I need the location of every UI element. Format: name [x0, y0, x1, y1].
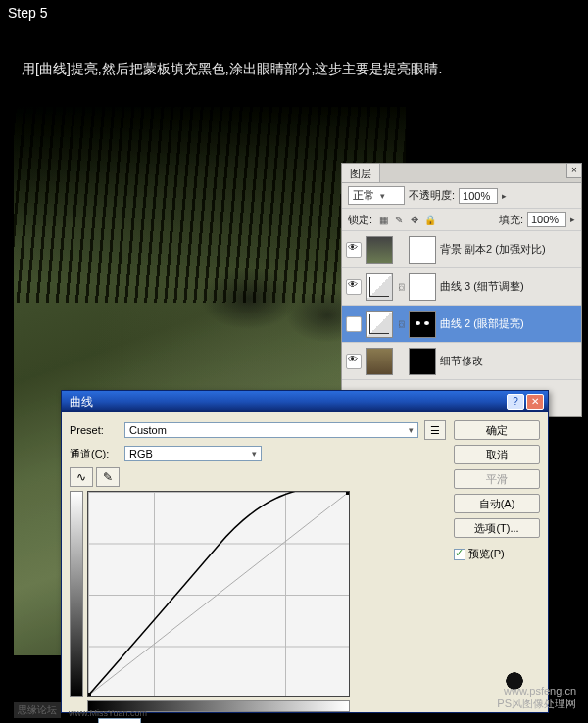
layer-row-selected[interactable]: ⌼ 曲线 2 (眼部提亮) [342, 306, 581, 343]
adjustment-thumb[interactable] [366, 311, 393, 338]
watermark-forum: 思缘论坛 [14, 702, 61, 718]
layer-thumb[interactable] [366, 236, 393, 264]
lock-icons: ▦ ✎ ✥ 🔒 [376, 215, 437, 225]
layer-name[interactable]: 背景 副本2 (加强对比) [440, 242, 546, 257]
panel-close-button[interactable]: × [566, 163, 582, 178]
baseline-diagonal [88, 492, 349, 696]
step-label: Step 5 [8, 5, 47, 21]
layer-thumb[interactable] [366, 348, 393, 375]
help-button[interactable]: ? [507, 394, 524, 410]
watermark-forum-url: www.MissYuan.com [69, 708, 147, 718]
layer-name[interactable]: 曲线 3 (细节调整) [440, 279, 524, 294]
layer-row[interactable]: 细节修改 [342, 343, 581, 380]
layer-row[interactable]: 背景 副本2 (加强对比) [342, 231, 581, 268]
curve-anchor[interactable] [346, 492, 349, 495]
lock-move-icon[interactable]: ✥ [408, 215, 421, 225]
lock-transparent-icon[interactable]: ▦ [376, 215, 390, 225]
curve-svg [88, 492, 349, 696]
watermark-logo: www.psfeng.cn PS风图像处理网 [497, 685, 576, 711]
opacity-slider-arrow[interactable]: ▸ [502, 191, 507, 201]
layer-name[interactable]: 细节修改 [440, 354, 483, 368]
fill-slider-arrow[interactable]: ▸ [570, 215, 575, 224]
panel-tabs: 图层 × [342, 164, 581, 183]
mask-thumb[interactable] [409, 273, 436, 301]
curve-anchor[interactable] [88, 693, 91, 696]
mask-thumb[interactable] [409, 311, 436, 338]
fill-label: 填充: [499, 213, 523, 227]
preset-select[interactable]: Custom [124, 422, 418, 438]
visibility-eye-icon[interactable] [346, 279, 362, 295]
preset-label: Preset: [70, 424, 119, 436]
channel-select[interactable]: RGB [124, 446, 262, 461]
output-label: 输出: [70, 719, 94, 724]
tab-layers[interactable]: 图层 [342, 164, 380, 182]
curves-dialog: 曲线 ? ✕ Preset: Custom ☰ 通道(C): RGB ∿ ✎ [61, 390, 549, 713]
layers-panel: 图层 × × 正常 不透明度: 100% ▸ 锁定: ▦ ✎ ✥ 🔒 填充: 1… [341, 163, 582, 417]
curve-pencil-tool[interactable]: ✎ [96, 467, 120, 487]
close-button[interactable]: ✕ [526, 394, 544, 410]
ok-button[interactable]: 确定 [454, 420, 540, 440]
opacity-field[interactable]: 100% [459, 188, 498, 204]
dialog-title: 曲线 [66, 394, 507, 410]
layer-name[interactable]: 曲线 2 (眼部提亮) [440, 316, 524, 331]
blend-mode-select[interactable]: 正常 [348, 186, 405, 205]
preset-menu-button[interactable]: ☰ [424, 420, 446, 440]
curves-grid[interactable] [87, 491, 350, 697]
auto-button[interactable]: 自动(A) [454, 494, 540, 513]
watermark-url: www.psfeng.cn [497, 685, 576, 697]
mask-thumb[interactable] [409, 348, 436, 375]
output-gradient [70, 491, 83, 697]
instruction-text: 用[曲线]提亮,然后把蒙板填充黑色,涂出眼睛部分,这步主要是提亮眼睛. [22, 61, 442, 78]
output-field[interactable] [98, 718, 141, 723]
layer-row[interactable]: ⌼ 曲线 3 (细节调整) [342, 268, 581, 306]
blend-opacity-row: 正常 不透明度: 100% ▸ [342, 183, 581, 209]
dialog-titlebar[interactable]: 曲线 ? ✕ [62, 391, 548, 412]
visibility-eye-icon[interactable] [346, 354, 362, 369]
lock-label: 锁定: [348, 213, 372, 227]
lock-all-icon[interactable]: 🔒 [423, 215, 437, 225]
visibility-eye-icon[interactable] [346, 316, 362, 332]
smooth-button[interactable]: 平滑 [454, 469, 540, 489]
options-button[interactable]: 选项(T)... [454, 518, 540, 538]
lock-paint-icon[interactable]: ✎ [392, 215, 406, 225]
channel-label: 通道(C): [70, 447, 119, 461]
fill-field[interactable]: 100% [527, 212, 566, 227]
curve-point-tool[interactable]: ∿ [70, 467, 93, 487]
mask-thumb[interactable] [409, 236, 436, 264]
checkbox-icon [454, 549, 466, 560]
visibility-eye-icon[interactable] [346, 242, 362, 258]
lock-fill-row: 锁定: ▦ ✎ ✥ 🔒 填充: 100% ▸ [342, 209, 581, 231]
layer-list: 背景 副本2 (加强对比) ⌼ 曲线 3 (细节调整) ⌼ 曲线 2 (眼部提亮… [342, 231, 581, 404]
watermark-brand: PS风图像处理网 [497, 697, 576, 711]
adjustment-thumb[interactable] [366, 273, 393, 301]
link-icon: ⌼ [397, 282, 405, 292]
cancel-button[interactable]: 取消 [454, 445, 540, 464]
preview-checkbox[interactable]: 预览(P) [454, 547, 540, 561]
link-icon: ⌼ [397, 319, 405, 329]
preview-label: 预览(P) [468, 547, 505, 561]
opacity-label: 不透明度: [409, 188, 455, 203]
